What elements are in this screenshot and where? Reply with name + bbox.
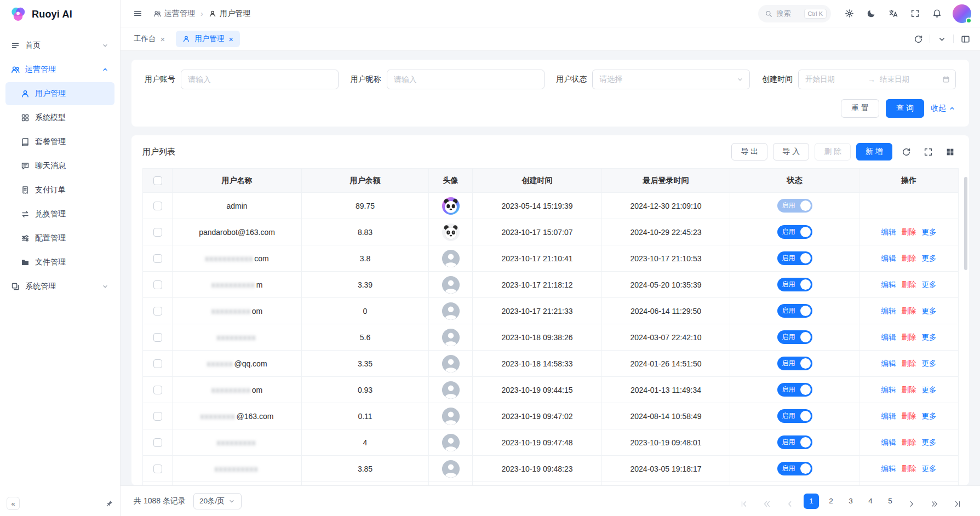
more-link[interactable]: 更多 [922,254,937,262]
layout-icon[interactable] [957,31,973,47]
page-size-select[interactable]: 20条/页 [193,493,242,509]
sidebar-item-package-icon[interactable]: 套餐管理 [5,130,114,153]
delete-link[interactable]: 删除 [902,438,916,446]
last-page-button[interactable] [948,494,967,509]
sidebar-item-operations[interactable]: 运营管理 [5,58,114,81]
sidebar-item-exchange-icon[interactable]: 兑换管理 [5,203,114,226]
edit-link[interactable]: 编辑 [881,438,896,446]
delete-link[interactable]: 删除 [902,465,916,473]
fullscreen-icon[interactable] [907,5,923,22]
sidebar-item-system[interactable]: 系统管理 [5,275,114,298]
tab-users[interactable]: 用户管理 × [176,31,240,47]
close-icon[interactable]: × [228,35,233,43]
more-link[interactable]: 更多 [922,228,937,236]
more-link[interactable]: 更多 [922,333,937,341]
more-link[interactable]: 更多 [922,386,937,394]
collapse-filter-link[interactable]: 收起 [931,104,956,113]
edit-link[interactable]: 编辑 [881,359,896,368]
edit-link[interactable]: 编辑 [881,228,896,236]
sidebar-item-folder-icon[interactable]: 文件管理 [5,251,114,274]
breadcrumb-users[interactable]: 用户管理 [209,9,250,19]
edit-link[interactable]: 编辑 [881,333,896,341]
row-checkbox[interactable] [153,333,162,342]
edit-link[interactable]: 编辑 [881,307,896,315]
status-toggle[interactable]: 启用 [777,357,812,370]
status-toggle[interactable]: 启用 [777,409,812,423]
row-checkbox[interactable] [153,254,162,263]
tab-menu-chevron-icon[interactable] [933,31,950,47]
row-checkbox[interactable] [153,359,162,368]
delete-link[interactable]: 删除 [902,254,916,262]
row-checkbox[interactable] [153,228,162,237]
page-button[interactable]: 1 [804,494,819,509]
import-button[interactable]: 导 入 [773,143,809,160]
query-button[interactable]: 查 询 [886,99,924,118]
edit-link[interactable]: 编辑 [881,254,896,262]
delete-link[interactable]: 删除 [902,280,916,289]
sidebar-item-config-icon[interactable]: 配置管理 [5,227,114,250]
more-link[interactable]: 更多 [922,359,937,368]
settings-icon[interactable] [841,5,857,22]
status-toggle[interactable]: 启用 [777,199,812,213]
status-toggle[interactable]: 启用 [777,330,812,344]
table-fullscreen-icon[interactable] [920,144,936,160]
delete-link[interactable]: 删除 [902,333,916,341]
sidebar-item-user-icon[interactable]: 用户管理 [5,82,114,105]
menu-toggle-icon[interactable] [129,5,146,22]
status-toggle[interactable]: 启用 [777,462,812,475]
close-icon[interactable]: × [161,35,165,43]
refresh-table-icon[interactable] [898,144,914,160]
prev-group-button[interactable] [758,494,776,509]
edit-link[interactable]: 编辑 [881,280,896,289]
more-link[interactable]: 更多 [922,307,937,315]
export-button[interactable]: 导 出 [731,143,767,160]
global-search[interactable]: 搜索 Ctrl K [758,5,832,22]
row-checkbox[interactable] [153,465,162,473]
sidebar-item-order-icon[interactable]: 支付订单 [5,179,114,202]
next-group-button[interactable] [925,494,944,509]
page-button[interactable]: 4 [863,494,878,509]
more-link[interactable]: 更多 [922,412,937,420]
edit-link[interactable]: 编辑 [881,412,896,420]
status-toggle[interactable]: 启用 [777,304,812,318]
prev-page-button[interactable] [781,494,799,509]
breadcrumb-operations[interactable]: 运营管理 [153,9,195,19]
status-toggle[interactable]: 启用 [777,251,812,265]
nickname-input[interactable] [387,70,545,89]
row-checkbox[interactable] [153,280,162,289]
status-toggle[interactable]: 启用 [777,435,812,449]
column-settings-icon[interactable] [942,144,958,160]
add-button[interactable]: 新 增 [856,143,892,160]
delete-link[interactable]: 删除 [902,228,916,236]
sidebar-item-home[interactable]: 首页 [5,34,114,57]
select-all-checkbox[interactable] [153,176,162,185]
row-checkbox[interactable] [153,307,162,316]
edit-link[interactable]: 编辑 [881,386,896,394]
sidebar-item-chat-icon[interactable]: 聊天消息 [5,154,114,177]
delete-link[interactable]: 删除 [902,386,916,394]
row-checkbox[interactable] [153,412,162,421]
date-range-input[interactable]: 开始日期 → 结束日期 [798,70,956,89]
page-button[interactable]: 2 [823,494,839,509]
notifications-icon[interactable] [929,5,945,22]
dark-mode-icon[interactable] [863,5,879,22]
profile-avatar[interactable] [953,4,971,23]
status-toggle[interactable]: 启用 [777,278,812,291]
row-checkbox[interactable] [153,202,162,210]
pin-icon[interactable] [105,500,113,508]
refresh-icon[interactable] [910,31,926,47]
page-button[interactable]: 3 [843,494,858,509]
more-link[interactable]: 更多 [922,465,937,473]
delete-link[interactable]: 删除 [902,412,916,420]
delete-link[interactable]: 删除 [902,359,916,368]
first-page-button[interactable] [735,494,753,509]
delete-button[interactable]: 删 除 [815,143,851,160]
next-page-button[interactable] [902,494,921,509]
more-link[interactable]: 更多 [922,438,937,446]
row-checkbox[interactable] [153,438,162,447]
tab-workbench[interactable]: 工作台 × [127,31,171,47]
edit-link[interactable]: 编辑 [881,465,896,473]
table-scrollbar[interactable] [964,177,967,270]
row-checkbox[interactable] [153,386,162,394]
sidebar-collapse-button[interactable]: « [7,497,20,510]
